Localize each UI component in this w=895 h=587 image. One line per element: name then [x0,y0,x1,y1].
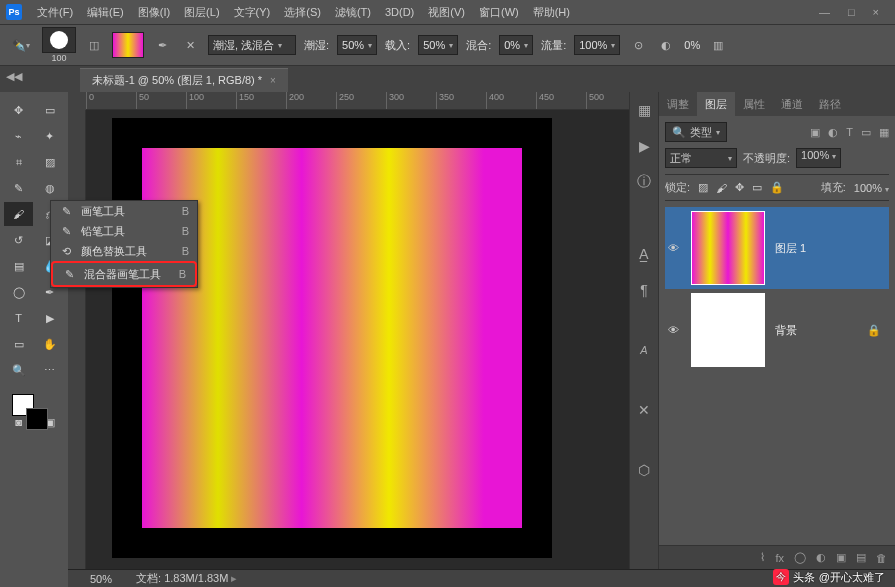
marquee-tool[interactable]: ▭ [35,98,64,122]
filter-shape-icon[interactable]: ▭ [861,126,871,139]
flyout-brush-tool[interactable]: ✎ 画笔工具 B [51,201,197,221]
tab-scroll-left-icon[interactable]: ◀◀ [6,70,22,83]
lock-all-icon[interactable]: 🔒 [770,181,784,194]
airbrush-icon[interactable]: ⊙ [628,35,648,55]
lock-pixels-icon[interactable]: 🖌 [716,182,727,194]
flyout-mixer-brush-tool[interactable]: ✎ 混合器画笔工具 B [54,264,194,284]
spot-heal-tool[interactable]: ◍ [35,176,64,200]
window-maximize-button[interactable]: □ [848,6,855,18]
lock-artboard-icon[interactable]: ▭ [752,181,762,194]
tools-panel-icon[interactable]: ✕ [634,400,654,420]
window-minimize-button[interactable]: — [819,6,830,18]
brush-preset-picker[interactable]: 100 [42,27,76,63]
smoothing-icon[interactable]: ◐ [656,35,676,55]
quick-select-tool[interactable]: ✦ [35,124,64,148]
panel-tab-channels[interactable]: 通道 [773,92,811,116]
flow-value-field[interactable]: 100%▾ [574,35,620,55]
menu-view[interactable]: 视图(V) [421,5,472,20]
lock-transparent-icon[interactable]: ▨ [698,181,708,194]
wet-value-field[interactable]: 50%▾ [337,35,377,55]
panel-tab-adjustments[interactable]: 调整 [659,92,697,116]
type-tool[interactable]: T [4,306,33,330]
dodge-tool[interactable]: ◯ [4,280,33,304]
character-panel-icon[interactable]: A̲ [634,244,654,264]
gradient-swatch[interactable] [112,32,144,58]
fill-field[interactable]: 100% ▾ [854,182,889,194]
menu-image[interactable]: 图像(I) [131,5,177,20]
window-close-button[interactable]: × [873,6,879,18]
menu-help[interactable]: 帮助(H) [526,5,577,20]
blend-mode-dropdown[interactable]: 正常▾ [665,148,737,168]
layer-visibility-icon[interactable]: 👁 [665,242,681,254]
load-value-field[interactable]: 50%▾ [418,35,458,55]
brush-tip-icon[interactable]: ✒ [152,35,172,55]
tablet-pressure-icon[interactable]: ▥ [708,35,728,55]
menu-filter[interactable]: 滤镜(T) [328,5,378,20]
menu-select[interactable]: 选择(S) [277,5,328,20]
filter-type-icon[interactable]: T [846,126,853,139]
watermark-prefix: 头条 [793,570,815,585]
crop-tool[interactable]: ⌗ [4,150,33,174]
layer-name[interactable]: 背景 [775,323,803,338]
info-panel-icon[interactable]: ⓘ [634,172,654,192]
layer-fx-icon[interactable]: fx [775,552,784,564]
filter-smart-icon[interactable]: ▦ [879,126,889,139]
history-panel-icon[interactable]: ▦ [634,100,654,120]
menu-file[interactable]: 文件(F) [30,5,80,20]
gradient-tool[interactable]: ▤ [4,254,33,278]
glyphs-panel-icon[interactable]: A [634,340,654,360]
menu-3d[interactable]: 3D(D) [378,6,421,18]
paragraph-panel-icon[interactable]: ¶ [634,280,654,300]
opacity-field[interactable]: 100% ▾ [796,148,841,168]
frame-tool[interactable]: ▨ [35,150,64,174]
document-tab-close-icon[interactable]: × [270,75,276,86]
background-swatch[interactable] [26,408,48,430]
toggle-panel-icon[interactable]: ◫ [84,35,104,55]
color-swatches[interactable] [4,390,64,436]
layer-visibility-icon[interactable]: 👁 [665,324,681,336]
group-icon[interactable]: ▣ [836,551,846,564]
layer-mask-icon[interactable]: ◯ [794,551,806,564]
layer-row[interactable]: 👁 图层 1 [665,207,889,289]
menu-layer[interactable]: 图层(L) [177,5,226,20]
rectangle-tool[interactable]: ▭ [4,332,33,356]
filter-adjust-icon[interactable]: ◐ [828,126,838,139]
wet-mode-dropdown[interactable]: 潮湿, 浅混合▾ [208,35,296,55]
panel-tab-paths[interactable]: 路径 [811,92,849,116]
move-tool[interactable]: ✥ [4,98,33,122]
artboard[interactable] [112,118,552,558]
layer-row[interactable]: 👁 背景 🔒 [665,289,889,371]
panel-tab-properties[interactable]: 属性 [735,92,773,116]
document-tab[interactable]: 未标题-1 @ 50% (图层 1, RGB/8) * × [80,68,288,92]
adjustment-layer-icon[interactable]: ◐ [816,551,826,564]
cross-icon[interactable]: ✕ [180,35,200,55]
current-tool-icon[interactable]: ✒️▾ [8,32,34,58]
lasso-tool[interactable]: ⌁ [4,124,33,148]
zoom-tool[interactable]: 🔍 [4,358,33,382]
3d-panel-icon[interactable]: ⬡ [634,460,654,480]
path-select-tool[interactable]: ▶ [35,306,64,330]
eyedropper-tool[interactable]: ✎ [4,176,33,200]
menu-edit[interactable]: 编辑(E) [80,5,131,20]
mix-value-field[interactable]: 0%▾ [499,35,533,55]
edit-toolbar[interactable]: ⋯ [35,358,64,382]
flyout-color-replace-tool[interactable]: ⟲ 颜色替换工具 B [51,241,197,261]
link-layers-icon[interactable]: ⌇ [760,551,765,564]
panel-tab-layers[interactable]: 图层 [697,92,735,116]
filter-pixel-icon[interactable]: ▣ [810,126,820,139]
layer-name[interactable]: 图层 1 [775,241,812,256]
brush-tool[interactable]: 🖌 [4,202,33,226]
history-brush-tool[interactable]: ↺ [4,228,33,252]
zoom-level[interactable]: 50% [90,573,112,585]
delete-layer-icon[interactable]: 🗑 [876,552,887,564]
menu-window[interactable]: 窗口(W) [472,5,526,20]
hand-tool[interactable]: ✋ [35,332,64,356]
lock-position-icon[interactable]: ✥ [735,181,744,194]
layer-filter-dropdown[interactable]: 🔍 类型▾ [665,122,727,142]
new-layer-icon[interactable]: ▤ [856,551,866,564]
menu-type[interactable]: 文字(Y) [227,5,278,20]
flyout-pencil-tool[interactable]: ✎ 铅笔工具 B [51,221,197,241]
layer-thumbnail[interactable] [691,293,765,367]
play-panel-icon[interactable]: ▶ [634,136,654,156]
layer-thumbnail[interactable] [691,211,765,285]
